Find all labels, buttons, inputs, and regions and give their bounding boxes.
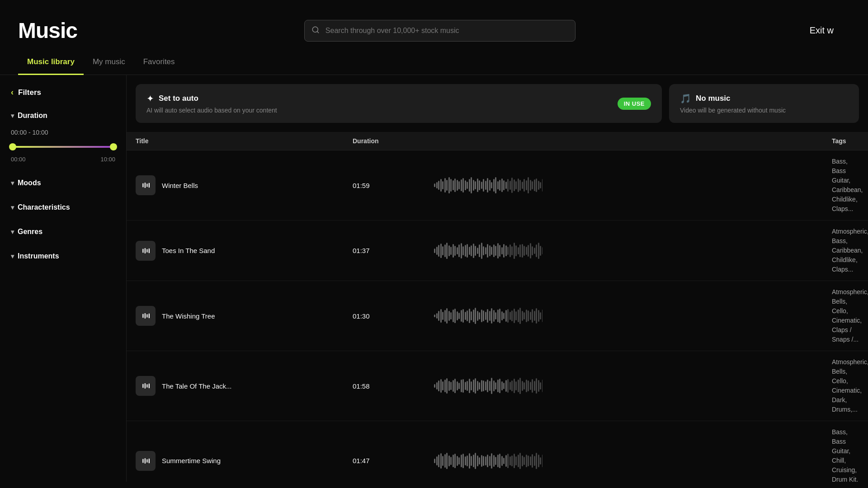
characteristics-section-header[interactable]: ▾ Characteristics <box>11 200 115 215</box>
svg-rect-3 <box>145 183 146 188</box>
svg-rect-5 <box>149 183 150 188</box>
no-music-card[interactable]: 🎵 No music Video will be generated witho… <box>669 84 859 123</box>
waveform-cell <box>434 177 832 193</box>
page-title: Music <box>18 18 77 43</box>
search-input[interactable] <box>304 20 576 42</box>
genres-section-header[interactable]: ▾ Genres <box>11 224 115 239</box>
play-button[interactable] <box>136 376 156 396</box>
waveform-cell <box>434 378 832 394</box>
title-cell: The Tale Of The Jack... <box>136 376 353 396</box>
svg-rect-9 <box>149 248 150 253</box>
duration-cell: 01:37 <box>353 247 434 254</box>
no-music-icon: 🎵 <box>680 93 691 104</box>
title-cell: The Wishing Tree <box>136 306 353 326</box>
svg-line-1 <box>317 31 318 33</box>
top-cards: ✦ Set to auto AI will auto select audio … <box>127 84 868 123</box>
tags-cell: Atmospheric, Bells, Cello, Cinematic, Cl… <box>832 287 859 344</box>
filter-section-genres: ▾ Genres <box>11 224 115 239</box>
play-button[interactable] <box>136 241 156 261</box>
svg-rect-18 <box>142 459 143 463</box>
track-name: Summertime Swing <box>162 457 221 465</box>
table-row[interactable]: The Tale Of The Jack... 01:58 Atmospheri… <box>127 351 868 421</box>
filters-label: Filters <box>18 88 41 97</box>
bars-icon <box>142 457 150 465</box>
search-icon <box>311 26 320 36</box>
no-music-subtitle: Video will be generated without music <box>680 107 848 114</box>
duration-cell: 01:58 <box>353 382 434 390</box>
moods-section-header[interactable]: ▾ Moods <box>11 175 115 191</box>
range-thumb-right[interactable] <box>110 143 117 150</box>
chevron-down-icon: ▾ <box>11 112 14 119</box>
duration-cell: 01:47 <box>353 457 434 465</box>
svg-rect-19 <box>145 458 146 464</box>
bars-icon <box>142 312 150 320</box>
filter-section-moods: ▾ Moods <box>11 175 115 191</box>
svg-rect-8 <box>146 249 147 253</box>
range-thumb-left[interactable] <box>9 143 16 150</box>
main-layout: ‹ Filters ▾ Duration 00:00 - 10:00 00:00… <box>0 75 868 482</box>
svg-rect-12 <box>146 314 147 318</box>
waveform <box>434 177 542 193</box>
bars-icon <box>142 382 150 390</box>
table-header: Title Duration Tags <box>127 132 868 150</box>
svg-rect-6 <box>142 249 143 253</box>
tab-favorites[interactable]: Favorites <box>134 52 184 75</box>
svg-rect-15 <box>145 383 146 389</box>
table-row[interactable]: Winter Bells 01:59 Bass, Bass Guitar, Ca… <box>127 150 868 221</box>
in-use-badge: IN USE <box>618 98 651 110</box>
title-cell: Winter Bells <box>136 175 353 195</box>
waveform-cell <box>434 243 832 259</box>
header-waveform <box>434 137 832 145</box>
table-row[interactable]: Summertime Swing 01:47 Bass, Bass Guitar… <box>127 421 868 482</box>
table-row[interactable]: The Wishing Tree 01:30 Atmospheric, Bell… <box>127 281 868 351</box>
play-button[interactable] <box>136 451 156 471</box>
svg-rect-2 <box>142 183 143 188</box>
duration-range: 00:00 - 10:00 00:00 10:00 <box>11 123 115 166</box>
table-row[interactable]: Toes In The Sand 01:37 Atmospheric, Bass… <box>127 221 868 281</box>
range-fill <box>13 146 113 148</box>
play-button[interactable] <box>136 306 156 326</box>
duration-range-display: 00:00 - 10:00 <box>11 129 115 136</box>
tags-cell: Bass, Bass Guitar, Caribbean, Childlike,… <box>832 157 859 214</box>
track-name: The Tale Of The Jack... <box>162 382 232 390</box>
characteristics-label: Characteristics <box>18 203 70 211</box>
no-music-title-row: 🎵 No music <box>680 93 848 104</box>
waveform <box>434 308 542 324</box>
track-name: Toes In The Sand <box>162 247 215 254</box>
set-to-auto-card[interactable]: ✦ Set to auto AI will auto select audio … <box>136 84 662 123</box>
range-slider[interactable] <box>13 142 113 151</box>
waveform <box>434 453 542 469</box>
chevron-left-icon: ‹ <box>11 88 14 97</box>
duration-section-header[interactable]: ▾ Duration <box>11 108 115 123</box>
filters-sidebar: ‹ Filters ▾ Duration 00:00 - 10:00 00:00… <box>0 75 127 482</box>
bars-icon <box>142 181 150 189</box>
tab-music-library[interactable]: Music library <box>18 52 84 75</box>
duration-label: Duration <box>18 112 47 120</box>
waveform <box>434 378 542 394</box>
play-button[interactable] <box>136 175 156 195</box>
tags-cell: Atmospheric, Bass, Caribbean, Childlike,… <box>832 227 859 274</box>
header-tags: Tags <box>832 137 859 145</box>
chevron-down-icon: ▾ <box>11 253 14 260</box>
waveform-cell <box>434 308 832 324</box>
range-labels: 00:00 10:00 <box>11 156 115 163</box>
instruments-section-header[interactable]: ▾ Instruments <box>11 249 115 264</box>
set-to-auto-subtitle: AI will auto select audio based on your … <box>146 107 277 114</box>
svg-rect-10 <box>142 314 143 318</box>
moods-label: Moods <box>18 179 41 187</box>
exit-button[interactable]: Exit w <box>802 22 841 39</box>
svg-rect-16 <box>146 384 147 388</box>
filter-section-characteristics: ▾ Characteristics <box>11 200 115 215</box>
tab-my-music[interactable]: My music <box>84 52 134 75</box>
svg-rect-7 <box>145 248 146 253</box>
svg-rect-14 <box>142 384 143 388</box>
instruments-label: Instruments <box>18 252 59 260</box>
chevron-down-icon: ▾ <box>11 228 14 235</box>
music-table: Title Duration Tags Winter <box>127 132 868 482</box>
set-to-auto-title: Set to auto <box>159 94 198 103</box>
duration-cell: 01:30 <box>353 312 434 320</box>
svg-rect-11 <box>145 313 146 319</box>
filters-toggle[interactable]: ‹ Filters <box>11 88 115 97</box>
set-to-auto-title-row: ✦ Set to auto <box>146 93 277 104</box>
svg-rect-17 <box>149 384 150 389</box>
